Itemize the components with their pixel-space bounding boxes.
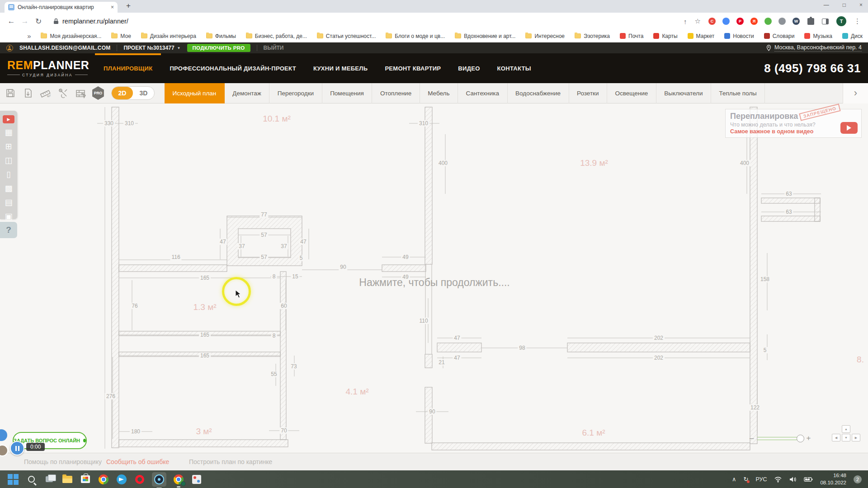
extension-w-icon[interactable]: W: [793, 18, 800, 25]
extension-wheel-icon[interactable]: [764, 18, 772, 25]
view-3d-button[interactable]: 3D: [133, 87, 154, 99]
back-button[interactable]: ←: [5, 17, 18, 26]
view-2d-button[interactable]: 2D: [112, 87, 133, 99]
export-button[interactable]: [21, 86, 35, 100]
tab-plumbing[interactable]: Сантехника: [458, 83, 508, 103]
bookmark-item[interactable]: Статьи успешност...: [317, 33, 376, 39]
youtube-play-icon[interactable]: [840, 122, 858, 134]
image-tool-icon[interactable]: ▣: [3, 211, 14, 221]
opera-icon[interactable]: [134, 474, 146, 485]
microsoft-store-icon[interactable]: [80, 474, 91, 485]
screen-recorder-icon[interactable]: [152, 472, 166, 487]
chrome-icon[interactable]: [98, 474, 109, 485]
new-tab-button[interactable]: +: [123, 1, 134, 10]
stairs-tool-icon[interactable]: ▤: [3, 197, 14, 207]
bookmark-star-icon[interactable]: ☆: [695, 17, 701, 25]
bookmark-item[interactable]: Вдохновение и арт...: [455, 33, 515, 39]
bookmark-item[interactable]: Интересное: [525, 33, 565, 39]
nav-planner[interactable]: ПЛАНИРОВЩИК: [95, 53, 161, 83]
bookmark-item[interactable]: Моя дизайнерская...: [41, 33, 101, 39]
extension-pinterest-icon[interactable]: P: [736, 18, 744, 25]
connect-pro-button[interactable]: ПОДКЛЮЧИТЬ PRO: [187, 44, 250, 52]
extensions-puzzle-icon[interactable]: [807, 18, 814, 25]
bookmark-item[interactable]: Бизнес, работа, де...: [246, 33, 307, 39]
bookmark-item[interactable]: Мое: [111, 33, 131, 39]
zoom-slider[interactable]: [757, 437, 802, 440]
balcony-tool-icon[interactable]: ◫: [3, 155, 14, 165]
zoom-in-button[interactable]: +: [806, 434, 811, 443]
zoom-out-button[interactable]: –: [750, 434, 754, 443]
bookmark-item[interactable]: Фильмы: [206, 33, 236, 39]
nav-renovation[interactable]: РЕМОНТ КВАРТИР: [376, 53, 449, 83]
start-button[interactable]: [7, 474, 19, 485]
language-indicator[interactable]: РУС: [755, 476, 767, 483]
help-button[interactable]: ?: [0, 222, 17, 238]
promo-video-banner[interactable]: Перепланировка Что можно делать и что не…: [725, 109, 862, 138]
tab-furniture[interactable]: Мебель: [420, 83, 458, 103]
door-tool-icon[interactable]: ▯: [3, 169, 14, 179]
task-view-icon[interactable]: [43, 474, 55, 485]
tab-switches[interactable]: Выключатели: [656, 83, 711, 103]
tabs-scroll-right-button[interactable]: ›: [843, 83, 868, 103]
pan-up-button[interactable]: ▲: [842, 425, 850, 433]
hatch-tool-icon[interactable]: ▩: [3, 183, 14, 193]
pan-left-button[interactable]: ◀: [832, 434, 840, 441]
tab-lighting[interactable]: Освещение: [607, 83, 656, 103]
project-selector[interactable]: ПРОЕКТ №3013477 ▼: [123, 45, 180, 51]
tab-original-plan[interactable]: Исходный план: [165, 83, 225, 103]
profile-avatar[interactable]: T: [836, 16, 846, 26]
search-icon[interactable]: [25, 474, 37, 485]
nav-contacts[interactable]: КОНТАКТЫ: [489, 53, 540, 83]
tab-demolition[interactable]: Демонтаж: [225, 83, 269, 103]
notification-badge[interactable]: 2: [854, 475, 862, 483]
logout-button[interactable]: ВЫЙТИ: [264, 45, 284, 51]
plan-from-image-link[interactable]: Построить план по картинке: [189, 458, 272, 465]
url-box[interactable]: remplanner.ru/planner/: [53, 18, 684, 25]
tray-expand-icon[interactable]: ∧: [732, 476, 736, 483]
zoom-slider-handle[interactable]: [797, 435, 804, 442]
office-address[interactable]: Москва, Варсонофьевский пер. 4: [774, 44, 862, 52]
extension-blue-icon[interactable]: [722, 18, 730, 25]
bookmark-item[interactable]: Почта: [620, 33, 643, 39]
pan-right-button[interactable]: ▶: [852, 434, 860, 441]
nav-video[interactable]: ВИДЕО: [449, 53, 488, 83]
bookmark-item[interactable]: Словари: [764, 33, 795, 39]
nav-kitchens[interactable]: КУХНИ И МЕБЕЛЬ: [305, 53, 377, 83]
bookmark-item[interactable]: Дизайн интерьера: [141, 33, 196, 39]
measure-area-button[interactable]: м²: [38, 86, 53, 100]
volume-icon[interactable]: [789, 476, 797, 483]
tab-heated-floors[interactable]: Теплые полы: [711, 83, 765, 103]
snipping-tool-icon[interactable]: [191, 474, 203, 485]
tab-close-icon[interactable]: ×: [111, 4, 114, 10]
bookmark-item[interactable]: Маркет: [688, 33, 715, 39]
plan-canvas[interactable]: 3303103104004006363775737375747471165165…: [0, 103, 868, 453]
bookmark-item[interactable]: Блоги о моде и цв...: [386, 33, 445, 39]
tools-button[interactable]: [56, 86, 71, 100]
sync-tray-icon[interactable]: ↻: [744, 476, 749, 483]
recorder-pause-button[interactable]: [10, 441, 24, 455]
bookmark-item[interactable]: Эзотерика: [575, 33, 610, 39]
clock[interactable]: 16:48 08.10.2022: [820, 472, 846, 486]
bookmark-item[interactable]: Новости: [724, 33, 754, 39]
wall-demolition-button[interactable]: [74, 86, 88, 100]
tab-heating[interactable]: Отопление: [372, 83, 420, 103]
browser-menu-icon[interactable]: ⋮: [854, 17, 861, 25]
extension-gray-icon[interactable]: [778, 18, 786, 25]
remplanner-logo[interactable]: REMPLANNER СТУДИЯ ДИЗАЙНА: [0, 53, 95, 83]
bookmark-item[interactable]: Карты: [653, 33, 677, 39]
pan-down-button[interactable]: ▼: [842, 434, 850, 441]
forward-button[interactable]: →: [18, 17, 32, 26]
window-close-button[interactable]: ×: [859, 2, 863, 8]
tab-sockets[interactable]: Розетки: [569, 83, 608, 103]
telegram-icon[interactable]: [116, 474, 127, 485]
extension-c-icon[interactable]: C: [708, 18, 716, 25]
tab-water-supply[interactable]: Водоснабжение: [508, 83, 569, 103]
shaft-tool-icon[interactable]: ▦: [3, 127, 14, 137]
bookmark-item[interactable]: Диск: [842, 33, 863, 39]
bookmark-item[interactable]: Музыка: [804, 33, 832, 39]
side-panel-icon[interactable]: [822, 19, 829, 24]
save-button[interactable]: [3, 86, 18, 100]
window-maximize-button[interactable]: □: [843, 2, 846, 8]
video-help-icon[interactable]: ▶: [3, 115, 14, 123]
user-email[interactable]: SHALLASH.DESIGN@GMAIL.COM: [19, 45, 110, 51]
